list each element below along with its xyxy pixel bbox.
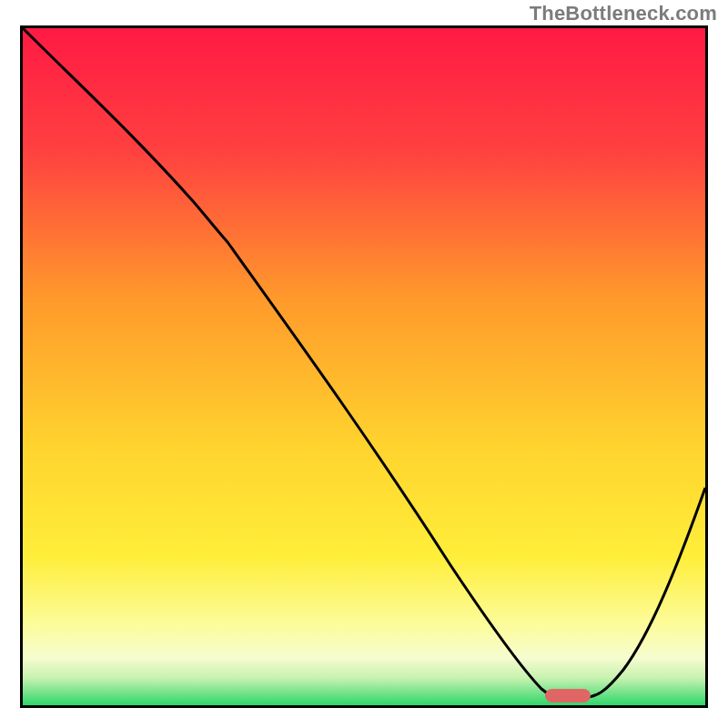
marker-pill [545,689,591,703]
curve-layer [23,28,705,705]
chart-area [20,25,708,708]
bottleneck-curve-path [23,28,705,697]
watermark-text: TheBottleneck.com [530,2,717,25]
